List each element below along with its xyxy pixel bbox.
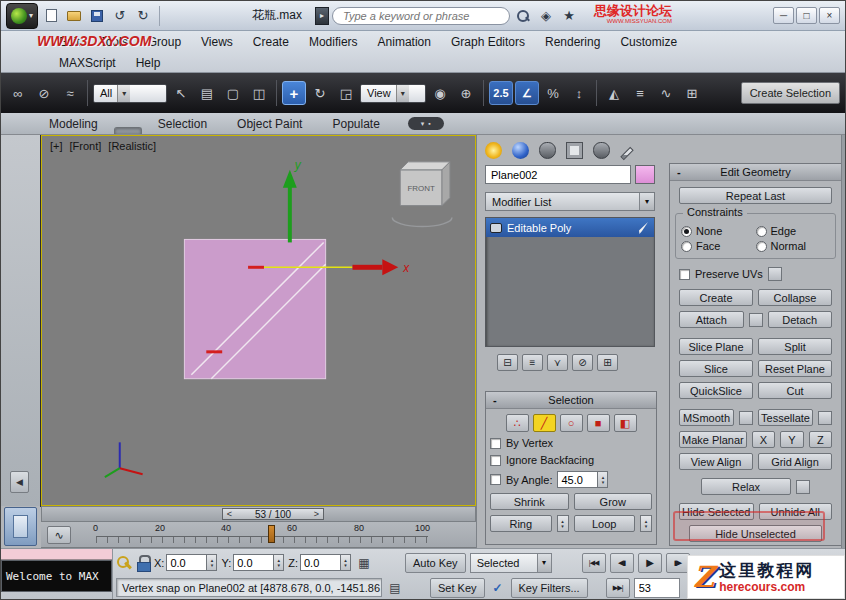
unlink-selection-icon[interactable]: ⊘: [32, 81, 56, 105]
tessellate-settings-button[interactable]: [818, 411, 832, 425]
panel-scrollbar[interactable]: [841, 135, 846, 548]
selection-rollout-header[interactable]: - Selection: [486, 392, 656, 409]
snaps-toggle-button[interactable]: 2.5: [489, 81, 513, 105]
angle-snap-icon[interactable]: ∠: [515, 81, 539, 105]
tab-modeling[interactable]: Modeling: [35, 113, 112, 134]
rendered-frame-window-icon[interactable]: [566, 142, 583, 159]
menu-customize[interactable]: Customize: [610, 35, 687, 49]
track-bar[interactable]: ∿ 0 20 40 60 80 100: [41, 522, 476, 548]
reference-coordinate-dropdown[interactable]: View ▾: [360, 84, 426, 103]
undo-button[interactable]: ↺: [110, 6, 130, 26]
by-vertex-checkbox[interactable]: [490, 438, 501, 449]
shrink-button[interactable]: Shrink: [490, 493, 569, 510]
go-to-start-button[interactable]: |◀◀: [582, 553, 606, 573]
z-spinner[interactable]: ▴▾: [340, 554, 351, 571]
menu-help[interactable]: Help: [126, 56, 171, 70]
tab-object-paint[interactable]: Object Paint: [223, 113, 316, 134]
bind-to-spacewarp-icon[interactable]: ≈: [58, 81, 82, 105]
viewport-general-menu[interactable]: [+]: [50, 140, 63, 152]
maxscript-mini-listener[interactable]: Welcome to MAX: [1, 549, 113, 600]
make-planar-x-button[interactable]: X: [752, 431, 775, 448]
border-subobject-icon[interactable]: ○: [560, 414, 583, 432]
element-subobject-icon[interactable]: ◧: [614, 414, 637, 432]
keyboard-shortcut-override-icon[interactable]: ▤: [386, 579, 404, 597]
viewport-front[interactable]: [+] [Front] [Realistic] x y FRONT: [41, 135, 476, 506]
light-icon[interactable]: [485, 142, 502, 159]
modifier-stack[interactable]: Editable Poly: [485, 217, 655, 347]
modifier-list-dropdown[interactable]: Modifier List ▾: [485, 192, 655, 211]
y-spinner[interactable]: ▴▾: [273, 554, 284, 571]
relax-button[interactable]: Relax: [701, 478, 791, 495]
save-file-button[interactable]: [87, 6, 107, 26]
by-angle-checkbox[interactable]: [490, 474, 501, 485]
curve-editor-icon[interactable]: ∿: [654, 81, 678, 105]
loop-button[interactable]: Loop: [574, 515, 636, 532]
search-flyout-icon[interactable]: ▸: [315, 7, 329, 25]
tab-freeform[interactable]: [114, 127, 142, 134]
select-and-manipulate-icon[interactable]: ⊕: [454, 81, 478, 105]
auto-key-button[interactable]: Auto Key: [405, 553, 466, 573]
viewport-layout-button[interactable]: [4, 507, 37, 546]
select-and-scale-icon[interactable]: ◲: [334, 81, 358, 105]
check-icon[interactable]: ✓: [489, 579, 507, 597]
render-setup-icon[interactable]: [539, 142, 556, 159]
preserve-uvs-checkbox[interactable]: [679, 269, 690, 280]
slice-plane-button[interactable]: Slice Plane: [679, 338, 753, 355]
x-spinner[interactable]: ▴▾: [206, 554, 217, 571]
create-button[interactable]: Create: [679, 289, 753, 306]
previous-frame-button[interactable]: ◀▮: [610, 553, 634, 573]
mirror-icon[interactable]: ◭: [602, 81, 626, 105]
viewport-pov-menu[interactable]: [Front]: [70, 140, 102, 152]
key-filters-button[interactable]: Key Filters...: [511, 578, 588, 598]
menu-modifiers[interactable]: Modifiers: [299, 35, 368, 49]
msmooth-button[interactable]: MSmooth: [679, 409, 734, 426]
next-frame-arrow-icon[interactable]: >: [310, 509, 323, 519]
z-coordinate-input[interactable]: [300, 554, 340, 571]
viewport-canvas[interactable]: x y FRONT: [42, 136, 475, 505]
grid-align-button[interactable]: Grid Align: [758, 453, 832, 470]
select-and-move-icon[interactable]: +: [282, 81, 306, 105]
play-button[interactable]: ▶: [638, 553, 662, 573]
select-and-link-icon[interactable]: ∞: [6, 81, 30, 105]
search-button[interactable]: [513, 6, 533, 26]
open-file-button[interactable]: [64, 6, 84, 26]
schematic-view-icon[interactable]: ⊞: [680, 81, 704, 105]
redo-button[interactable]: ↻: [133, 6, 153, 26]
menu-animation[interactable]: Animation: [368, 35, 441, 49]
detach-button[interactable]: Detach: [768, 311, 833, 328]
time-slider-track[interactable]: < 53 / 100 >: [41, 506, 476, 522]
cut-button[interactable]: Cut: [758, 382, 832, 399]
close-button[interactable]: ×: [819, 7, 840, 24]
use-pivot-center-icon[interactable]: ◉: [428, 81, 452, 105]
remove-modifier-icon[interactable]: ⊘: [572, 354, 593, 371]
communication-center-icon[interactable]: ◈: [536, 6, 556, 26]
view-align-button[interactable]: View Align: [679, 453, 753, 470]
viewcube-ring[interactable]: [392, 218, 452, 227]
app-menu-button[interactable]: ▾: [6, 3, 38, 29]
plane-object[interactable]: [184, 239, 325, 378]
select-and-rotate-icon[interactable]: ↻: [308, 81, 332, 105]
macro-recorder-field[interactable]: [1, 549, 112, 560]
msmooth-settings-button[interactable]: [739, 411, 753, 425]
grid-snap-icon[interactable]: ▦: [355, 554, 373, 572]
menu-maxscript[interactable]: MAXScript: [49, 56, 126, 70]
tab-populate[interactable]: Populate: [318, 113, 393, 134]
render-production-icon[interactable]: [593, 142, 610, 159]
attach-button[interactable]: Attach: [679, 311, 744, 328]
constraint-normal-radio[interactable]: [756, 241, 767, 252]
stack-item-editable-poly[interactable]: Editable Poly: [486, 218, 654, 237]
collapse-button[interactable]: Collapse: [758, 289, 832, 306]
menu-rendering[interactable]: Rendering: [535, 35, 610, 49]
ring-button[interactable]: Ring: [490, 515, 552, 532]
make-planar-y-button[interactable]: Y: [780, 431, 803, 448]
slice-button[interactable]: Slice: [679, 360, 753, 377]
object-color-swatch[interactable]: [635, 165, 655, 184]
menu-create[interactable]: Create: [243, 35, 299, 49]
selection-filter-dropdown[interactable]: All ▾: [93, 84, 167, 103]
repeat-last-button[interactable]: Repeat Last: [679, 187, 832, 204]
go-to-end-button[interactable]: ▶▶|: [606, 578, 630, 598]
pencil-icon[interactable]: [620, 146, 633, 159]
create-selection-button[interactable]: Create Selection: [741, 82, 840, 104]
split-button[interactable]: Split: [758, 338, 832, 355]
material-editor-icon[interactable]: [512, 142, 529, 159]
